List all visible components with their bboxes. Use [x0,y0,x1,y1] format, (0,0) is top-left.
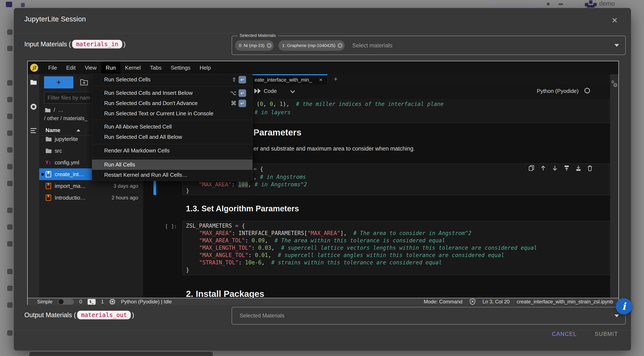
dropdown-arrow-icon[interactable] [614,44,619,47]
menu-edit[interactable]: Edit [62,61,80,74]
chevron-down-icon[interactable] [290,90,296,94]
material-chip[interactable]: 1: Graphene (mp-1040425) × [278,40,345,51]
background-sidebar-icon [7,181,12,186]
menu-item-run-all-above[interactable]: Run All Above Selected Cell [92,122,252,132]
material-chip-label: 1: Graphene (mp-1040425) [282,43,336,48]
duplicate-cell-icon[interactable] [528,165,534,171]
run-menu: Run Selected Cells ⇧ ↵ Run Selected Cell… [92,74,252,181]
section-heading-1-2: Parameters [254,128,302,138]
dropdown-arrow-icon[interactable] [614,314,619,317]
sort-ascending-icon[interactable] [76,129,80,132]
breadcrumb-path[interactable]: / other / materials_ [44,115,88,122]
output-select-placeholder: Selected Materials [240,312,284,319]
kernel-status-text[interactable]: Python (Pyodide) | Idle [121,299,172,305]
name-column-header[interactable]: Name [46,127,60,134]
folder-icon [46,148,52,154]
file-row-introduction[interactable]: Introductio… 2 hours ago [39,192,143,204]
avatar [585,0,596,8]
move-cell-down-icon[interactable] [552,165,558,171]
output-materials-select[interactable]: Selected Materials [232,307,626,324]
delete-cell-icon[interactable] [587,165,593,171]
folder-icon [46,136,52,142]
trust-shield-icon[interactable] [470,298,476,305]
output-materials-label: Output Materials ( materials_out ) [24,311,134,319]
input-materials-label: Input Materials ( materials_in ) [24,40,126,48]
output-materials-suffix: ) [132,311,134,319]
background-sidebar-icon [7,208,12,213]
file-row-import-material[interactable]: import_ma… 3 days ago [39,180,143,192]
menu-item-run-all-below[interactable]: Run Selected Cell and All Below [92,132,252,142]
cursor-position[interactable]: Ln 3, Col 20 [482,299,510,305]
code-line: = { [254,165,263,173]
new-folder-icon[interactable] [80,79,88,86]
breadcrumb-root[interactable]: / [54,107,55,113]
kernel-name[interactable]: Python (Pyodide) [537,88,578,94]
info-button[interactable]: i [616,298,632,314]
menu-item-run-all-cells[interactable]: Run All Cells [92,160,252,170]
return-key-icon: ↵ [238,89,246,97]
run-all-fast-forward-icon[interactable] [254,88,262,94]
cell-toolbar [528,165,593,171]
home-folder-icon[interactable] [45,108,51,112]
input-materials-code-badge: materials_in [72,40,122,48]
return-key-icon: ↵ [238,76,246,84]
menu-item-run-dont-advance[interactable]: Run Selected Cells and Don't Advance ⌘ ↵ [92,98,252,108]
dialog-title: JupyterLite Session [24,15,86,23]
cell-type-select[interactable]: Code [264,88,277,94]
background-sidebar-icon [7,46,12,51]
breadcrumb-ellipsis[interactable]: … [58,107,63,113]
menu-kernel[interactable]: Kernel [120,61,145,74]
command-key-icon: ⌘ [231,100,236,106]
simple-mode-toggle[interactable] [58,299,74,305]
code-line: "MAX_AREA": 100, # in Angstroms^2 [199,180,307,189]
background-sidebar-icon [7,330,12,336]
background-sidebar-icon [7,130,12,136]
material-chip[interactable]: 0: Ni (mp-23) × [235,40,274,51]
section-heading-2: 2. Install Packages [186,289,264,298]
background-sidebar-icon [7,147,12,153]
shortcut: ⌘ ↵ [231,100,246,107]
menu-item-render-all-markdown[interactable]: Render All Markdown Cells [92,146,252,156]
section-paragraph: er and substrate and maximum area to con… [254,146,415,152]
menu-item-run-selected-cells[interactable]: Run Selected Cells ⇧ ↵ [92,74,252,85]
background-ellipsis-icon [558,3,563,5]
kernel-status-icon[interactable] [584,88,590,93]
table-of-contents-tab-icon[interactable] [30,128,37,134]
tab-close-icon[interactable]: × [319,76,322,83]
cancel-button[interactable]: CANCEL [552,331,577,337]
file-browser-tab-icon[interactable] [30,79,37,85]
menu-settings[interactable]: Settings [166,61,195,74]
menu-run[interactable]: Run [101,61,120,74]
toggle-knob [58,299,64,304]
new-launcher-button[interactable]: + [44,76,73,88]
insert-cell-above-icon[interactable] [564,165,570,171]
chip-remove-icon[interactable]: × [267,43,272,48]
notebook-file-icon [46,183,52,189]
menu-item-run-insert-below[interactable]: Run Selected Cells and Insert Below ⌥ ↵ [92,88,252,98]
menu-item-run-text-in-console[interactable]: Run Selected Text or Current Line in Con… [92,108,252,119]
dialog-actions: CANCEL SUBMIT [552,331,618,337]
background-logo [6,2,12,7]
menu-item-restart-and-run-all[interactable]: Restart Kernel and Run All Cells… [92,170,252,180]
submit-button[interactable]: SUBMIT [595,331,618,337]
menu-view[interactable]: View [80,61,101,74]
new-tab-button[interactable]: + [331,75,340,84]
close-icon[interactable]: × [608,14,621,26]
menu-file[interactable]: File [44,61,62,74]
menu-divider [92,158,252,158]
code-block[interactable]: ZSL_PARAMETERS = { "MAX_AREA": INTERFACE… [186,222,537,274]
output-materials-code-badge: materials_out [77,311,130,319]
property-inspector-gears-icon[interactable]: ⚙ ⚙ [610,79,618,88]
menu-help[interactable]: Help [195,61,215,74]
menu-tabs[interactable]: Tabs [145,61,166,74]
input-materials-select[interactable]: Selected Materials 0: Ni (mp-23) × 1: Gr… [232,36,626,55]
running-kernels-tab-icon[interactable] [30,103,37,110]
chip-remove-icon[interactable]: × [338,43,342,48]
mode-indicator[interactable]: Mode: Command [424,299,462,305]
move-cell-up-icon[interactable] [540,165,546,171]
insert-cell-below-icon[interactable] [575,165,582,171]
kernel-chip-icon [109,298,116,305]
background-sidebar-icon [7,97,12,102]
background-sidebar-icon [7,80,12,86]
breadcrumb[interactable]: / … [45,107,63,113]
